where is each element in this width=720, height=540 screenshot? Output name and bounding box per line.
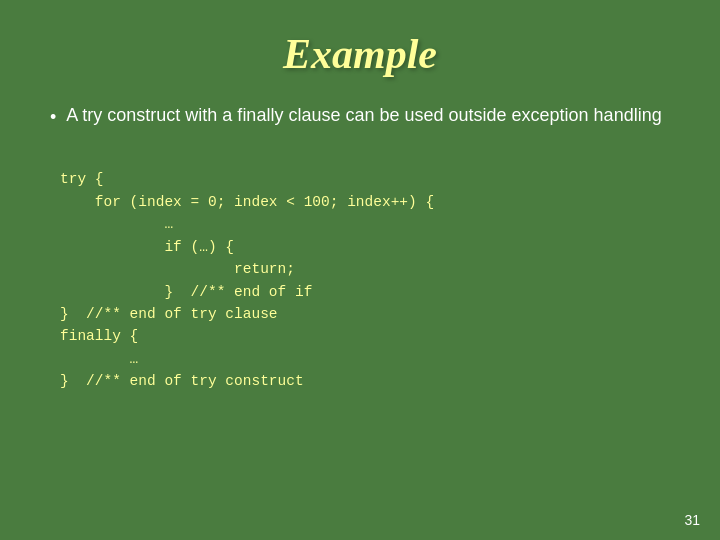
code-line-1: try { bbox=[60, 171, 104, 187]
bullet-dot: • bbox=[50, 105, 56, 130]
bullet-item: • A try construct with a finally clause … bbox=[50, 103, 670, 130]
slide-title: Example bbox=[50, 30, 670, 78]
code-line-3: … bbox=[60, 216, 173, 232]
code-line-4: if (…) { bbox=[60, 239, 234, 255]
page-number: 31 bbox=[684, 512, 700, 528]
code-line-10: } //** end of try construct bbox=[60, 373, 304, 389]
code-line-9: … bbox=[60, 351, 138, 367]
code-line-7: } //** end of try clause bbox=[60, 306, 278, 322]
slide: Example • A try construct with a finally… bbox=[0, 0, 720, 540]
bullet-section: • A try construct with a finally clause … bbox=[50, 103, 670, 138]
bullet-text: A try construct with a finally clause ca… bbox=[66, 103, 661, 128]
code-line-5: return; bbox=[60, 261, 295, 277]
code-line-6: } //** end of if bbox=[60, 284, 312, 300]
code-line-2: for (index = 0; index < 100; index++) { bbox=[60, 194, 434, 210]
code-block: try { for (index = 0; index < 100; index… bbox=[50, 168, 670, 393]
code-line-8: finally { bbox=[60, 328, 138, 344]
